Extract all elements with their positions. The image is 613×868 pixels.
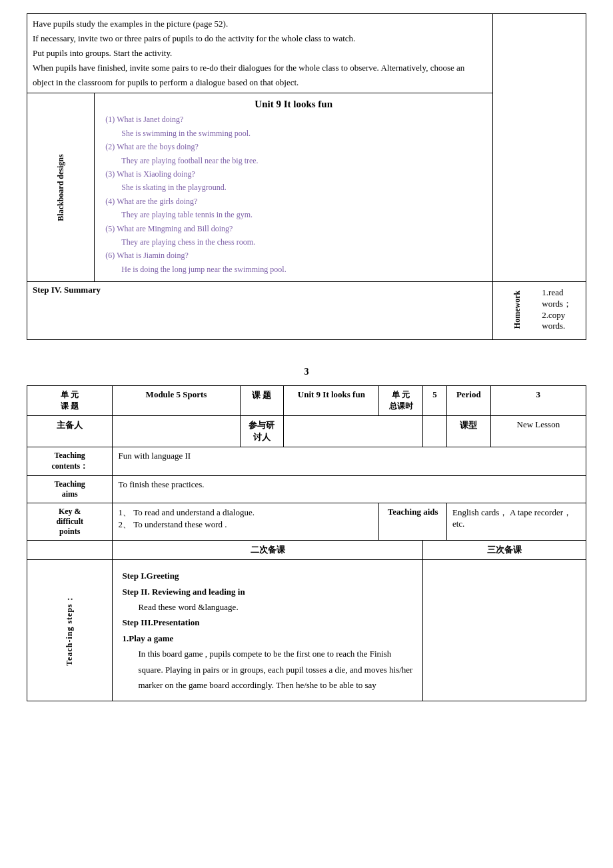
qa-5: (5) What are Mingming and Bill doing? Th… xyxy=(105,222,487,249)
blackboard-label-cell: Blackboard designs xyxy=(27,93,95,282)
a3: She is skating in the playground. xyxy=(105,181,487,194)
a1: She is swimming in the swimming pool. xyxy=(105,127,487,140)
hw1: 1.read words； xyxy=(542,287,580,310)
prep-header-row: 二次备课 三次备课 xyxy=(27,541,586,560)
aids-value: English cards， A tape recorder，etc. xyxy=(446,503,586,541)
header-row-1: 单 元 课 题 Module 5 Sports 课 题 Unit 9 It lo… xyxy=(27,386,586,416)
discussion-value xyxy=(284,416,423,447)
steps-label: Teach-ing steps： xyxy=(64,595,75,666)
page-number: 3 xyxy=(27,367,586,377)
content-line-3: Put pupils into groups. Start the activi… xyxy=(33,46,487,61)
steps-content: Step I.Greeting Step II. Reviewing and l… xyxy=(118,565,417,695)
key-points-row: Key & difficult points 1、 To read and un… xyxy=(27,503,586,541)
step-play-game: 1.Play a game xyxy=(122,631,413,646)
q3: (3) What is Xiaoling doing? xyxy=(105,169,195,179)
aims-value: To finish these practices. xyxy=(113,476,586,503)
qa-4: (4) What are the girls doing? They are p… xyxy=(105,195,487,222)
step-greeting: Step I.Greeting xyxy=(122,568,413,583)
a6: He is doing the long jump near the swimm… xyxy=(105,263,487,276)
teaching-aims-row: Teaching aims To finish these practices. xyxy=(27,476,586,503)
steps-row: Teach-ing steps： Step I.Greeting Step II… xyxy=(27,560,586,701)
teaching-contents-row: Teaching contents： Fun with language II xyxy=(27,447,586,476)
step-game-desc: In this board game , pupils compete to b… xyxy=(122,646,413,693)
lesson-cell: Unit 9 It looks fun xyxy=(284,386,379,416)
period-cell: 3 xyxy=(490,386,586,416)
key-item-2: 2、 To understand these word . xyxy=(118,519,373,531)
contents-value: Fun with language II xyxy=(113,447,586,476)
discussion-label: 参与研 讨人 xyxy=(240,416,284,447)
qa-1: (1) What is Janet doing? She is swimming… xyxy=(105,113,487,140)
steps-content-cell: Step I.Greeting Step II. Reviewing and l… xyxy=(113,560,423,701)
q5: (5) What are Mingming and Bill doing? xyxy=(105,224,233,233)
top-table: Have pupils study the examples in the pi… xyxy=(27,13,586,340)
total-label: 单 元 总课时 xyxy=(379,386,423,416)
step-reviewing: Step II. Reviewing and leading in xyxy=(122,584,413,599)
period-label: Period xyxy=(446,386,490,416)
type-label: 课型 xyxy=(446,416,490,447)
q1: (1) What is Janet doing? xyxy=(105,115,183,124)
third-prep-content xyxy=(423,560,586,701)
aims-label: Teaching aims xyxy=(27,476,113,503)
homework-cell: Homework 1.read words； 2.copy words. xyxy=(493,282,586,340)
qa-6: (6) What is Jiamin doing? He is doing th… xyxy=(105,249,487,276)
second-prep-label: 二次备课 xyxy=(113,541,423,560)
empty-prep xyxy=(27,541,113,560)
key-items: 1、 To read and understand a dialogue. 2、… xyxy=(113,503,379,541)
step-review-indent: Read these word &language. xyxy=(122,599,413,615)
host-value xyxy=(113,416,240,447)
q4: (4) What are the girls doing? xyxy=(105,197,197,206)
step-presentation: Step III.Presentation xyxy=(122,615,413,630)
lesson-label: 课 题 xyxy=(240,386,284,416)
blackboard-content-cell: Unit 9 It looks fun (1) What is Janet do… xyxy=(95,93,493,282)
key-label: Key & difficult points xyxy=(27,503,113,541)
header-row-2: 主备人 参与研 讨人 课型 New Lesson xyxy=(27,416,586,447)
q6: (6) What is Jiamin doing? xyxy=(105,251,188,260)
a2: They are playing football near the big t… xyxy=(105,154,487,167)
blackboard-qa: (1) What is Janet doing? She is swimming… xyxy=(100,113,487,276)
module-cell: Module 5 Sports xyxy=(113,386,240,416)
hw2: 2.copy words. xyxy=(542,310,580,331)
content-line-2: If necessary, invite two or three pairs … xyxy=(33,31,487,46)
content-line-1: Have pupils study the examples in the pi… xyxy=(33,17,487,31)
third-prep-label: 三次备课 xyxy=(423,541,586,560)
step-summary: Step IV. Summary xyxy=(27,282,493,340)
aids-label: Teaching aids xyxy=(379,503,446,541)
key-item-1: 1、 To read and understand a dialogue. xyxy=(118,507,373,519)
host-label: 主备人 xyxy=(27,416,113,447)
qa-2: (2) What are the boys doing? They are pl… xyxy=(105,140,487,167)
homework-label: Homework xyxy=(512,290,522,328)
qa-3: (3) What is Xiaoling doing? She is skati… xyxy=(105,167,487,195)
unit-label: 单 元 课 题 xyxy=(27,386,113,416)
blackboard-title: Unit 9 It looks fun xyxy=(100,99,487,110)
content-line-4: When pupils have finished, invite some p… xyxy=(33,61,487,90)
a5: They are playing chess in the chess room… xyxy=(105,235,487,249)
total-cell: 5 xyxy=(423,386,447,416)
bottom-table: 单 元 课 题 Module 5 Sports 课 题 Unit 9 It lo… xyxy=(27,385,586,701)
type-value: New Lesson xyxy=(490,416,586,447)
top-content: Have pupils study the examples in the pi… xyxy=(27,14,493,93)
empty1 xyxy=(423,416,447,447)
q2: (2) What are the boys doing? xyxy=(105,142,198,151)
top-right-empty xyxy=(493,14,586,282)
a4: They are playing table tennis in the gym… xyxy=(105,208,487,221)
contents-label: Teaching contents： xyxy=(27,447,113,476)
blackboard-label: Blackboard designs xyxy=(56,155,66,221)
steps-label-cell: Teach-ing steps： xyxy=(27,560,113,701)
homework-item-1: Homework 1.read words； 2.copy words. xyxy=(498,287,580,331)
